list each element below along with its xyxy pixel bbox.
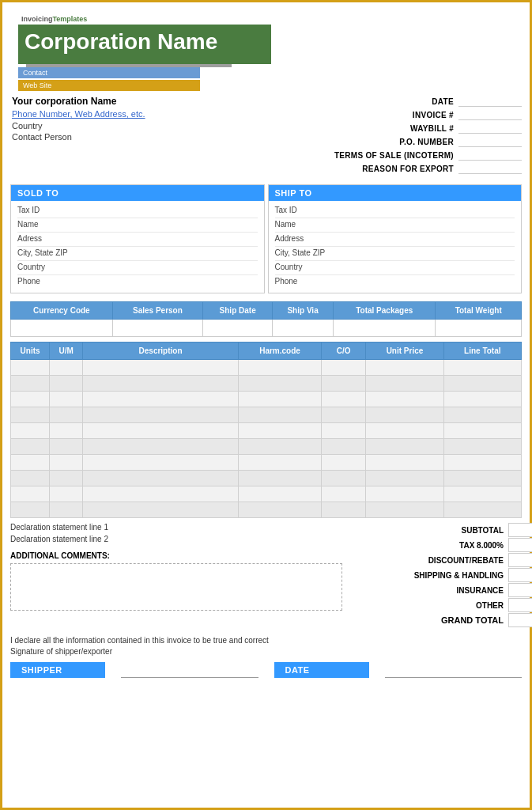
list-item[interactable] — [11, 423, 50, 439]
list-item[interactable] — [443, 455, 521, 471]
list-item[interactable] — [238, 407, 321, 423]
date-label: DATE — [432, 97, 454, 106]
list-item[interactable] — [83, 439, 239, 455]
date-input[interactable] — [458, 96, 522, 107]
discount-label: DISCOUNT/REBATE — [382, 556, 508, 565]
list-item[interactable] — [443, 471, 521, 486]
list-item[interactable] — [322, 376, 366, 392]
terms-input[interactable] — [458, 150, 522, 161]
list-item[interactable] — [366, 502, 443, 518]
list-item[interactable] — [50, 455, 83, 471]
ship-name: Name — [275, 218, 515, 233]
list-item[interactable] — [238, 423, 321, 439]
list-item[interactable] — [366, 360, 443, 376]
list-item[interactable] — [83, 360, 239, 376]
list-item[interactable] — [443, 392, 521, 407]
list-item[interactable] — [443, 502, 521, 518]
shipping-handling-value[interactable]: - — [508, 568, 532, 582]
list-item[interactable] — [238, 471, 321, 486]
list-item[interactable] — [238, 376, 321, 392]
shipvia-value[interactable] — [273, 320, 334, 337]
list-item[interactable] — [11, 360, 50, 376]
list-item[interactable] — [50, 407, 83, 423]
list-item[interactable] — [11, 486, 50, 502]
list-item[interactable] — [366, 407, 443, 423]
subtotal-value[interactable]: - — [508, 523, 532, 537]
list-item[interactable] — [366, 392, 443, 407]
other-value[interactable]: - — [508, 598, 532, 612]
list-item[interactable] — [366, 376, 443, 392]
sold-to-header: SOLD TO — [11, 185, 264, 201]
list-item[interactable] — [238, 360, 321, 376]
list-item[interactable] — [83, 407, 239, 423]
list-item[interactable] — [238, 486, 321, 502]
po-input[interactable] — [458, 136, 522, 147]
list-item[interactable] — [50, 423, 83, 439]
list-item[interactable] — [11, 376, 50, 392]
list-item[interactable] — [322, 471, 366, 486]
list-item[interactable] — [322, 455, 366, 471]
totalpackages-value[interactable] — [334, 320, 436, 337]
reason-input[interactable] — [458, 163, 522, 174]
list-item[interactable] — [443, 360, 521, 376]
list-item[interactable] — [322, 392, 366, 407]
list-item[interactable] — [50, 376, 83, 392]
list-item[interactable] — [11, 502, 50, 518]
list-item[interactable] — [238, 392, 321, 407]
salesperson-value[interactable] — [112, 320, 203, 337]
list-item[interactable] — [50, 439, 83, 455]
list-item[interactable] — [11, 407, 50, 423]
tax-value[interactable]: - — [508, 538, 532, 552]
list-item[interactable] — [83, 376, 239, 392]
list-item[interactable] — [50, 486, 83, 502]
list-item[interactable] — [366, 486, 443, 502]
list-item[interactable] — [322, 439, 366, 455]
list-item[interactable] — [50, 392, 83, 407]
list-item[interactable] — [50, 502, 83, 518]
invoice-input[interactable] — [458, 109, 522, 120]
list-item[interactable] — [443, 423, 521, 439]
list-item[interactable] — [322, 423, 366, 439]
insurance-value[interactable]: - — [508, 583, 532, 597]
list-item[interactable] — [366, 439, 443, 455]
ship-taxid: Tax ID — [275, 204, 515, 218]
list-item[interactable] — [83, 486, 239, 502]
list-item[interactable] — [238, 455, 321, 471]
list-item[interactable] — [83, 502, 239, 518]
list-item[interactable] — [366, 455, 443, 471]
list-item[interactable] — [83, 392, 239, 407]
list-item[interactable] — [11, 471, 50, 486]
list-item[interactable] — [11, 455, 50, 471]
currency-value[interactable] — [11, 320, 113, 337]
sold-to-box: SOLD TO Tax ID Name Adress City, State Z… — [10, 184, 265, 293]
waybill-input[interactable] — [458, 123, 522, 134]
list-item[interactable] — [83, 455, 239, 471]
list-item[interactable] — [443, 376, 521, 392]
list-item[interactable] — [50, 471, 83, 486]
list-item[interactable] — [322, 407, 366, 423]
list-item[interactable] — [322, 360, 366, 376]
list-item[interactable] — [443, 439, 521, 455]
shipdate-value[interactable] — [203, 320, 273, 337]
list-item[interactable] — [322, 486, 366, 502]
shipper-signature-line[interactable] — [121, 662, 258, 678]
list-item[interactable] — [322, 502, 366, 518]
phone-link[interactable]: Phone Number, Web Address, etc. — [12, 109, 334, 119]
list-item[interactable] — [366, 423, 443, 439]
list-item[interactable] — [11, 439, 50, 455]
list-item[interactable] — [443, 407, 521, 423]
list-item[interactable] — [11, 392, 50, 407]
list-item[interactable] — [238, 439, 321, 455]
discount-value[interactable]: - — [508, 553, 532, 567]
totalweight-value[interactable] — [436, 320, 522, 337]
date-signature-line[interactable] — [385, 662, 523, 678]
company-country: Country — [12, 121, 334, 131]
list-item[interactable] — [83, 471, 239, 486]
comments-input[interactable] — [10, 563, 342, 611]
grand-total-value[interactable]: - — [508, 613, 532, 627]
list-item[interactable] — [443, 486, 521, 502]
list-item[interactable] — [83, 423, 239, 439]
list-item[interactable] — [366, 471, 443, 486]
list-item[interactable] — [238, 502, 321, 518]
list-item[interactable] — [50, 360, 83, 376]
